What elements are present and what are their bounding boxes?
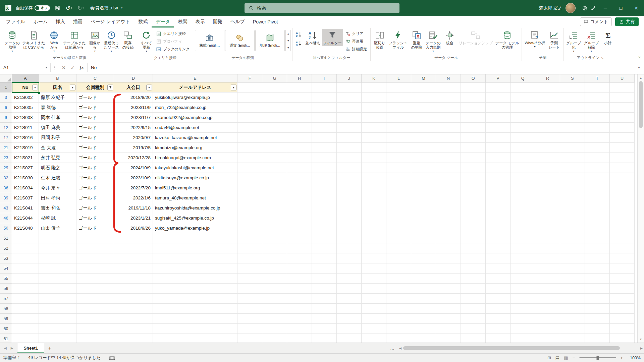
cell-L23[interactable] bbox=[386, 153, 411, 163]
row-header-23[interactable]: 23 bbox=[0, 153, 12, 163]
cell-J55[interactable] bbox=[337, 274, 362, 284]
cell-T32[interactable] bbox=[585, 173, 610, 183]
cell-H43[interactable] bbox=[287, 203, 312, 213]
cell-S21[interactable] bbox=[560, 143, 585, 153]
cell-C39[interactable]: ゴールド bbox=[76, 193, 114, 203]
cell-N3[interactable] bbox=[436, 93, 461, 103]
text-to-columns-button[interactable]: 区切り 位置 bbox=[372, 29, 387, 50]
cell-K32[interactable] bbox=[362, 173, 386, 183]
cell-I46[interactable] bbox=[312, 213, 337, 223]
cell-J9[interactable] bbox=[337, 113, 362, 123]
cell-U21[interactable] bbox=[610, 143, 635, 153]
column-header-K[interactable]: K bbox=[362, 74, 386, 82]
cell-R1[interactable] bbox=[535, 82, 560, 93]
cell-N57[interactable] bbox=[436, 294, 461, 304]
cell-L17[interactable] bbox=[386, 133, 411, 143]
forecast-sheet-button[interactable]: 予測 シート bbox=[546, 29, 562, 50]
cell-R61[interactable] bbox=[535, 334, 560, 343]
cell-B52[interactable] bbox=[39, 243, 76, 253]
column-header-P[interactable]: P bbox=[486, 74, 511, 82]
scroll-left-icon[interactable]: ◀ bbox=[399, 347, 401, 350]
relationships-button[interactable]: リレーションシップ bbox=[458, 29, 494, 46]
what-if-button[interactable]: ?What-If 分析▼ bbox=[523, 29, 546, 49]
refresh-button[interactable]: すべて 更新▼ bbox=[139, 29, 154, 53]
maximize-button[interactable]: □ bbox=[613, 0, 629, 16]
formula-enter-button[interactable]: ✓ bbox=[71, 65, 75, 70]
cell-P60[interactable] bbox=[486, 324, 511, 334]
cell-N17[interactable] bbox=[436, 133, 461, 143]
cell-G23[interactable] bbox=[262, 153, 287, 163]
cell-T9[interactable] bbox=[585, 113, 610, 123]
cell-I60[interactable] bbox=[312, 324, 337, 334]
cell-O57[interactable] bbox=[461, 294, 486, 304]
column-header-U[interactable]: U bbox=[610, 74, 635, 82]
sheet-nav-right-icon[interactable]: ▶ bbox=[11, 346, 13, 350]
cell-D59[interactable] bbox=[114, 314, 153, 324]
cell-E32[interactable]: nikitatsuya@example.co.jp bbox=[153, 173, 237, 183]
cell-I9[interactable] bbox=[312, 113, 337, 123]
cell-E6[interactable]: mori_722@example.co.jp bbox=[153, 103, 237, 113]
cell-S57[interactable] bbox=[560, 294, 585, 304]
column-header-C[interactable]: C bbox=[76, 74, 114, 82]
cell-M59[interactable] bbox=[411, 314, 436, 324]
cell-Q29[interactable] bbox=[511, 163, 535, 173]
cell-F46[interactable] bbox=[237, 213, 262, 223]
cell-B43[interactable]: 吉田 和弘 bbox=[39, 203, 76, 213]
insert-function-button[interactable]: fx bbox=[79, 65, 84, 70]
normal-view-button[interactable]: ⊞ bbox=[547, 355, 551, 360]
cell-C51[interactable] bbox=[76, 233, 114, 243]
cell-J3[interactable] bbox=[337, 93, 362, 103]
cell-F54[interactable] bbox=[237, 263, 262, 274]
cell-H23[interactable] bbox=[287, 153, 312, 163]
cell-E54[interactable] bbox=[153, 263, 237, 274]
cell-J50[interactable] bbox=[337, 223, 362, 233]
cell-E46[interactable]: sugisaki_425@example.co.jp bbox=[153, 213, 237, 223]
cell-L9[interactable] bbox=[386, 113, 411, 123]
cell-A52[interactable] bbox=[12, 243, 39, 253]
tab-挿入[interactable]: 挿入 bbox=[52, 16, 69, 27]
data-types-scroll[interactable]: ▲▼▼ bbox=[285, 30, 291, 51]
cell-O53[interactable] bbox=[461, 253, 486, 263]
cell-D21[interactable]: 2019/7/5 bbox=[114, 143, 153, 153]
cell-E3[interactable]: yukikofujiwara@example.jp bbox=[153, 93, 237, 103]
cell-E43[interactable]: kazuhiroyoshida@example.co.jp bbox=[153, 203, 237, 213]
cell-B58[interactable] bbox=[39, 304, 76, 314]
cell-A53[interactable] bbox=[12, 253, 39, 263]
cell-J36[interactable] bbox=[337, 183, 362, 193]
row-header-17[interactable]: 17 bbox=[0, 133, 12, 143]
cell-N12[interactable] bbox=[436, 123, 461, 133]
cell-M57[interactable] bbox=[411, 294, 436, 304]
cell-Q54[interactable] bbox=[511, 263, 535, 274]
cell-L57[interactable] bbox=[386, 294, 411, 304]
data-model-button[interactable]: データ モデル の管理 bbox=[494, 29, 520, 50]
cell-J1[interactable] bbox=[337, 82, 362, 93]
cell-C43[interactable]: ゴールド bbox=[76, 203, 114, 213]
cell-Q58[interactable] bbox=[511, 304, 535, 314]
cell-E52[interactable] bbox=[153, 243, 237, 253]
cell-F39[interactable] bbox=[237, 193, 262, 203]
sort-za-button[interactable]: ZA bbox=[294, 39, 303, 47]
autosave-switch[interactable]: オフ bbox=[35, 5, 50, 11]
cell-P57[interactable] bbox=[486, 294, 511, 304]
cell-F17[interactable] bbox=[237, 133, 262, 143]
page-layout-view-button[interactable]: ▤ bbox=[555, 355, 559, 360]
cell-S59[interactable] bbox=[560, 314, 585, 324]
cell-C56[interactable] bbox=[76, 284, 114, 294]
tab-開発[interactable]: 開発 bbox=[209, 16, 226, 27]
cell-I32[interactable] bbox=[312, 173, 337, 183]
cell-D46[interactable]: 2023/1/21 bbox=[114, 213, 153, 223]
cell-C6[interactable]: ゴールド bbox=[76, 103, 114, 113]
cell-T1[interactable] bbox=[585, 82, 610, 93]
gallery-scroll-icon[interactable]: ▲ bbox=[286, 30, 290, 37]
cell-T43[interactable] bbox=[585, 203, 610, 213]
cell-R54[interactable] bbox=[535, 263, 560, 274]
database-button[interactable]: データの 取得▼ bbox=[3, 29, 21, 53]
cell-J60[interactable] bbox=[337, 324, 362, 334]
currency-card[interactable]: 通貨 (Engli… bbox=[225, 30, 255, 51]
cell-U9[interactable] bbox=[610, 113, 635, 123]
cell-I52[interactable] bbox=[312, 243, 337, 253]
cell-Q46[interactable] bbox=[511, 213, 535, 223]
clear-filter-button[interactable]: クリア bbox=[344, 30, 368, 37]
cell-J43[interactable] bbox=[337, 203, 362, 213]
data-validation-button[interactable]: データの 入力規則▼ bbox=[424, 29, 442, 53]
